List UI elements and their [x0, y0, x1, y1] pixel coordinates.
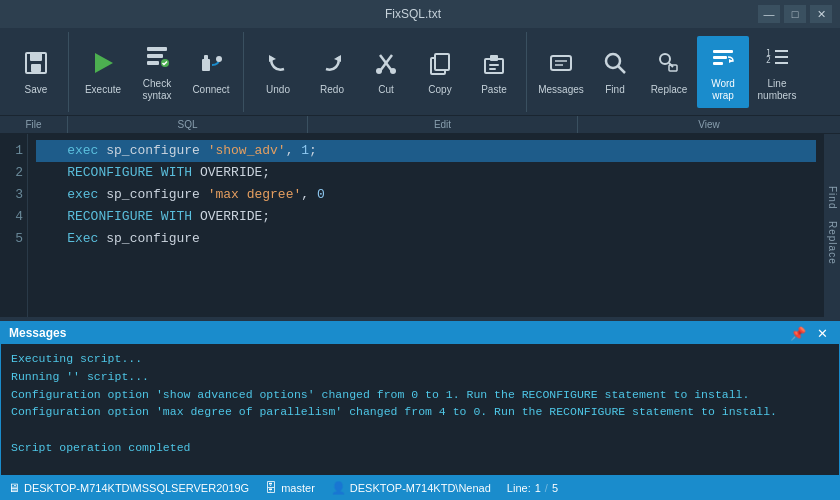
svg-rect-5	[147, 54, 163, 58]
messages-close-button[interactable]: ✕	[813, 324, 831, 342]
code-line-5: Exec sp_configure	[36, 228, 816, 250]
messages-controls: 📌 ✕	[789, 324, 831, 342]
user-icon: 👤	[331, 481, 346, 495]
toolbar-edit-group: Undo Redo Cut Copy Paste	[246, 32, 527, 112]
line-numbers-gutter: 1 2 3 4 5	[0, 134, 28, 317]
word-wrap-label: Wordwrap	[711, 78, 735, 102]
server-name: DESKTOP-M714KTD\MSSQLSERVER2019G	[24, 482, 249, 494]
minimize-button[interactable]: —	[758, 5, 780, 23]
svg-rect-20	[490, 55, 498, 61]
line-numbers-label: Linenumbers	[758, 78, 797, 102]
copy-label: Copy	[428, 84, 451, 96]
connect-button[interactable]: Connect	[185, 36, 237, 108]
toolbar-file-group: Save	[4, 32, 69, 112]
svg-point-28	[660, 54, 670, 64]
check-syntax-button[interactable]: Checksyntax	[131, 36, 183, 108]
svg-rect-8	[202, 59, 210, 71]
maximize-button[interactable]: □	[784, 5, 806, 23]
messages-title: Messages	[9, 326, 66, 340]
status-user: 👤 DESKTOP-M714KTD\Nenad	[331, 481, 491, 495]
user-name: DESKTOP-M714KTD\Nenad	[350, 482, 491, 494]
toolbar-section-labels: File SQL Edit View	[0, 116, 840, 134]
line-num-3: 3	[4, 184, 23, 206]
svg-point-26	[606, 54, 620, 68]
undo-button[interactable]: Undo	[252, 36, 304, 108]
database-name: master	[281, 482, 315, 494]
save-button[interactable]: Save	[10, 36, 62, 108]
messages-pin-button[interactable]: 📌	[789, 324, 807, 342]
find-label: Find	[605, 84, 624, 96]
window-title: FixSQL.txt	[68, 7, 758, 21]
code-line-3: exec sp_configure 'max degree', 0	[36, 184, 816, 206]
line-num-1: 1	[4, 140, 23, 162]
line-num-5: 5	[4, 228, 23, 250]
check-syntax-icon	[143, 43, 171, 75]
undo-label: Undo	[266, 84, 290, 96]
svg-rect-34	[713, 62, 723, 65]
messages-button[interactable]: Messages	[535, 36, 587, 108]
message-line-2: Running '' script...	[11, 368, 829, 386]
find-icon	[601, 49, 629, 81]
toolbar: Save Execute Checksyntax Connect	[0, 28, 840, 116]
code-editor[interactable]: exec sp_configure 'show_adv', 1; RECONFI…	[28, 134, 824, 317]
redo-label: Redo	[320, 84, 344, 96]
svg-rect-4	[147, 47, 167, 51]
toolbar-view-group: Messages Find Replace Wordwrap 12 Linenu…	[529, 32, 809, 112]
svg-rect-2	[31, 64, 41, 72]
editor-area: 1 2 3 4 5 exec sp_configure 'show_adv', …	[0, 134, 840, 317]
svg-rect-31	[713, 50, 733, 53]
connect-label: Connect	[192, 84, 229, 96]
svg-point-10	[216, 56, 222, 62]
svg-rect-32	[713, 56, 727, 59]
paste-label: Paste	[481, 84, 507, 96]
section-view: View	[578, 116, 840, 133]
replace-label: Replace	[651, 84, 688, 96]
section-edit: Edit	[308, 116, 578, 133]
svg-rect-18	[435, 54, 449, 70]
find-replace-panel: Find Replace	[824, 134, 840, 317]
svg-text:2: 2	[766, 56, 771, 65]
line-num-2: 2	[4, 162, 23, 184]
status-line: Line: 1 / 5	[507, 482, 558, 494]
messages-icon	[547, 49, 575, 81]
toolbar-sql-group: Execute Checksyntax Connect	[71, 32, 244, 112]
svg-rect-21	[489, 64, 499, 66]
undo-icon	[264, 49, 292, 81]
find-button[interactable]: Find	[589, 36, 641, 108]
main-content: 1 2 3 4 5 exec sp_configure 'show_adv', …	[0, 134, 840, 476]
word-wrap-icon	[709, 43, 737, 75]
code-line-1: exec sp_configure 'show_adv', 1;	[36, 140, 816, 162]
svg-rect-22	[489, 68, 496, 70]
paste-button[interactable]: Paste	[468, 36, 520, 108]
message-line-7	[11, 457, 829, 475]
replace-button[interactable]: Replace	[643, 36, 695, 108]
line-numbers-button[interactable]: 12 Linenumbers	[751, 36, 803, 108]
svg-rect-6	[147, 61, 159, 65]
save-icon	[22, 49, 50, 81]
find-side-label[interactable]: Find	[825, 184, 840, 211]
status-bar: 🖥 DESKTOP-M714KTD\MSSQLSERVER2019G 🗄 mas…	[0, 476, 840, 500]
replace-side-label[interactable]: Replace	[825, 219, 840, 267]
line-num-4: 4	[4, 206, 23, 228]
close-button[interactable]: ✕	[810, 5, 832, 23]
execute-label: Execute	[85, 84, 121, 96]
copy-button[interactable]: Copy	[414, 36, 466, 108]
server-icon: 🖥	[8, 481, 20, 495]
cut-button[interactable]: Cut	[360, 36, 412, 108]
section-file: File	[0, 116, 68, 133]
execute-button[interactable]: Execute	[77, 36, 129, 108]
messages-header: Messages 📌 ✕	[1, 322, 839, 344]
replace-icon	[655, 49, 683, 81]
line-numbers-icon: 12	[763, 43, 791, 75]
title-bar: FixSQL.txt — □ ✕	[0, 0, 840, 28]
save-label: Save	[25, 84, 48, 96]
copy-icon	[426, 49, 454, 81]
code-line-2: RECONFIGURE WITH OVERRIDE;	[36, 162, 816, 184]
svg-point-15	[376, 68, 382, 74]
line-separator: /	[545, 482, 548, 494]
paste-icon	[480, 49, 508, 81]
status-database: 🗄 master	[265, 481, 315, 495]
message-line-4: Configuration option 'max degree of para…	[11, 403, 829, 421]
word-wrap-button[interactable]: Wordwrap	[697, 36, 749, 108]
redo-button[interactable]: Redo	[306, 36, 358, 108]
